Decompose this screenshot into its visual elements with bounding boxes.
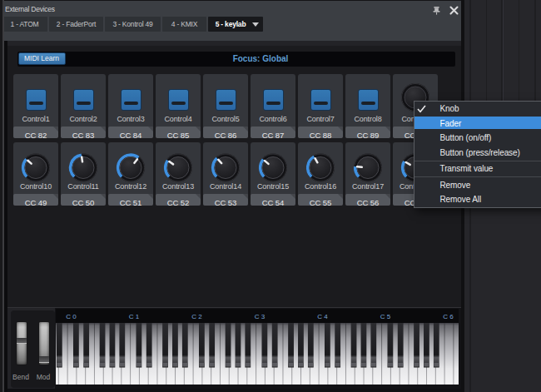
svg-text:C 5: C 5 xyxy=(380,313,391,320)
svg-text:C 3: C 3 xyxy=(255,313,266,320)
svg-text:C 4: C 4 xyxy=(317,313,328,320)
svg-text:C 0: C 0 xyxy=(66,313,77,320)
svg-text:C 2: C 2 xyxy=(191,313,202,320)
svg-text:C 6: C 6 xyxy=(443,313,454,320)
svg-text:C 1: C 1 xyxy=(129,313,140,320)
